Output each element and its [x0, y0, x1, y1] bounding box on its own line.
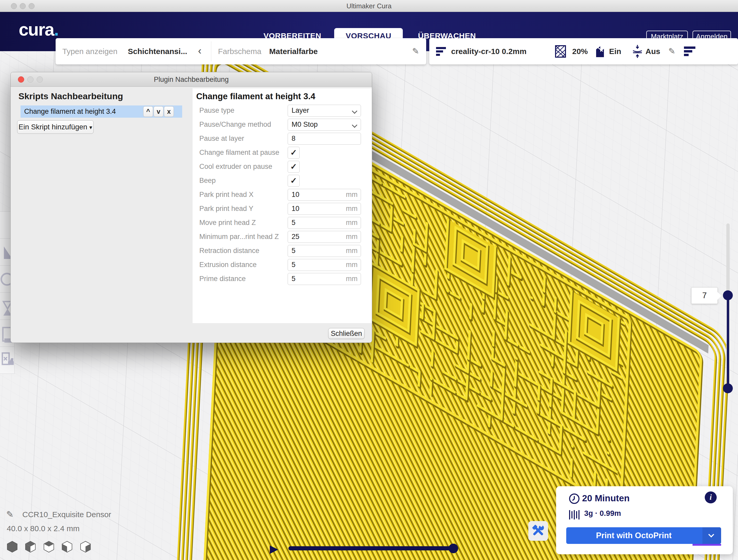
simulation-play-button[interactable]: ▶ [270, 542, 278, 555]
add-script-label: Ein Skript hinzufügen [18, 123, 87, 131]
field-unit: mm [346, 273, 358, 285]
input-field[interactable]: 5mm [288, 217, 361, 229]
support-blocker-icon [0, 347, 14, 374]
form-row-beep: Beep✓ [193, 173, 372, 187]
support-icon [595, 45, 607, 58]
print-options-dropdown[interactable] [702, 527, 721, 544]
dialog-title: Plugin Nachbearbeitung [11, 72, 372, 87]
print-with-octoprint-button[interactable]: Print with OctoPrint [566, 527, 721, 544]
field-value: 5 [292, 259, 296, 270]
print-setup-toolbar[interactable]: creality-cr-10 0.2mm 20% Ein Aus ✎ [429, 38, 738, 64]
print-button-label: Print with OctoPrint [566, 527, 701, 544]
checkbox-field[interactable]: ✓ [288, 147, 300, 159]
color-scheme-label: Farbschema [218, 38, 262, 64]
field-label: Minimum par...rint head Z [199, 229, 279, 243]
cura-logo: cura. [19, 19, 58, 39]
field-value: M0 Stop [292, 119, 318, 130]
window-titlebar: Ultimaker Cura [0, 0, 738, 12]
print-time: 20 Minuten [582, 493, 630, 503]
model-dimensions: 40.0 x 80.0 x 2.4 mm [7, 524, 79, 533]
remove-script-button[interactable]: x [164, 106, 174, 117]
dialog-close-action-button[interactable]: Schließen [328, 328, 365, 339]
wrench-hammer-icon [528, 521, 548, 541]
simulation-timeline[interactable] [289, 546, 455, 550]
infill-icon [555, 45, 568, 58]
field-value: 5 [292, 245, 296, 256]
move-script-up-button[interactable]: ^ [143, 106, 153, 117]
view-front-icon[interactable] [25, 541, 36, 553]
view-type-select[interactable]: Schichtenansi... [128, 38, 187, 64]
chevron-down-icon [352, 122, 357, 128]
field-label: Move print head Z [199, 215, 256, 229]
cura-logo-dot: . [54, 19, 58, 39]
chevron-down-icon [708, 532, 714, 538]
field-label: Beep [199, 173, 216, 187]
selected-script-label: Change filament at height 3.4 [24, 107, 116, 115]
edit-print-setup-pencil-icon[interactable]: ✎ [668, 38, 675, 64]
infill-value[interactable]: 20% [572, 38, 588, 64]
scripts-heading: Skripts Nachbearbeitung [18, 91, 123, 101]
collapse-chevron-icon[interactable]: ‹ [198, 38, 202, 64]
info-icon[interactable]: i [705, 491, 717, 503]
chevron-down-icon [352, 108, 357, 114]
layer-slider-lower-handle[interactable] [723, 383, 733, 393]
support-value[interactable]: Ein [609, 38, 621, 64]
field-label: Pause type [199, 103, 235, 117]
select-field[interactable]: M0 Stop [288, 119, 361, 131]
add-script-dropdown[interactable]: Ein Skript hinzufügen ▾ [17, 120, 93, 134]
post-processing-dialog: Plugin Nachbearbeitung Skripts Nachbearb… [10, 72, 372, 343]
layer-slider-upper-handle[interactable] [723, 291, 733, 300]
form-row-prime-distance: Prime distance5mm [193, 272, 372, 286]
input-field[interactable]: 8 [288, 133, 361, 145]
printer-profile-value[interactable]: creality-cr-10 0.2mm [451, 38, 526, 64]
support-blocker-button[interactable] [0, 347, 15, 374]
field-value: 10 [292, 203, 299, 214]
dialog-titlebar[interactable]: Plugin Nachbearbeitung [11, 72, 372, 87]
dialog-close-button[interactable] [18, 76, 24, 83]
view-right-icon[interactable] [80, 541, 91, 553]
field-label: Park print head X [199, 187, 254, 201]
material-usage-icon [569, 510, 582, 520]
form-row-move-print-head-z: Move print head Z5mm [193, 215, 372, 229]
adjust-tools-button[interactable] [528, 521, 548, 541]
field-value: 10 [292, 189, 299, 200]
edit-view-pencil-icon[interactable]: ✎ [412, 38, 419, 64]
input-field[interactable]: 25mm [288, 231, 361, 243]
move-script-down-button[interactable]: v [153, 106, 163, 117]
input-field[interactable]: 5mm [288, 259, 361, 271]
camera-view-buttons [7, 541, 97, 554]
field-value: 5 [292, 217, 296, 228]
view-top-icon[interactable] [43, 541, 55, 553]
checkbox-field[interactable]: ✓ [288, 175, 300, 187]
form-row-park-print-head-x: Park print head X10mm [193, 187, 372, 201]
input-field[interactable]: 5mm [288, 245, 361, 257]
input-field[interactable]: 10mm [288, 203, 361, 215]
view-options-toolbar: Typen anzeigen Schichtenansi... ‹ Farbsc… [56, 38, 426, 64]
form-row-pause-change-method: Pause/Change methodM0 Stop [193, 117, 372, 131]
input-field[interactable]: 10mm [288, 189, 361, 201]
adhesion-value[interactable]: Aus [646, 38, 660, 64]
printer-profile-icon [435, 46, 447, 57]
color-scheme-select[interactable]: Materialfarbe [269, 38, 318, 64]
rename-model-pencil-icon[interactable]: ✎ [6, 509, 14, 520]
dropdown-arrow-icon: ▾ [89, 124, 92, 131]
adhesion-icon [632, 44, 643, 59]
simulation-timeline-knob[interactable] [448, 544, 458, 553]
settings-bars-icon[interactable] [683, 46, 696, 57]
dialog-minimize-button[interactable] [27, 76, 33, 83]
input-field[interactable]: 5mm [288, 273, 361, 285]
layer-value: 7 [702, 291, 707, 300]
field-value: Layer [292, 105, 309, 116]
field-label: Change filament at pause [199, 145, 279, 159]
checkbox-field[interactable]: ✓ [288, 161, 300, 173]
view-3d-icon[interactable] [7, 541, 18, 553]
model-name: CCR10_Exquisite Densor [22, 510, 111, 519]
select-field[interactable]: Layer [288, 105, 361, 117]
toolbar-divider [211, 41, 211, 61]
dialog-zoom-button[interactable] [37, 76, 43, 83]
field-label: Park print head Y [199, 201, 253, 215]
selected-script-item[interactable]: Change filament at height 3.4 ^ v x [21, 105, 182, 118]
material-usage: 3g · 0.99m [584, 509, 621, 518]
field-unit: mm [346, 189, 358, 200]
view-left-icon[interactable] [62, 541, 73, 553]
